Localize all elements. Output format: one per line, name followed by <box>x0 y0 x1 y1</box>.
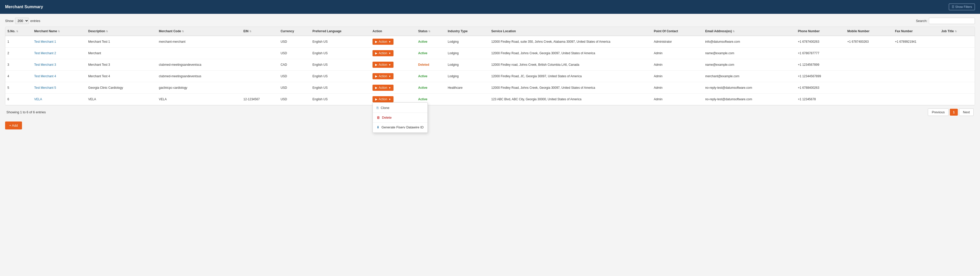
merchant-link[interactable]: Test Merchant 2 <box>34 51 56 55</box>
entries-select[interactable]: 200 10 25 50 100 <box>15 18 29 24</box>
cell-point-of-contact: Admin <box>652 59 703 70</box>
cell-preferred-language: English US <box>310 94 371 105</box>
cell-action: ▶ Action ▼ <box>371 48 416 59</box>
action-button-1[interactable]: ▶ Action ▼ <box>372 50 393 56</box>
current-page: 1 <box>950 109 958 116</box>
cell-fax: +1 6789921941 <box>893 36 939 48</box>
cell-job-title <box>939 70 975 82</box>
cell-ein <box>241 59 278 70</box>
cell-preferred-language: English US <box>310 36 371 48</box>
cell-industry-type: Lodging <box>445 36 489 48</box>
cell-industry-type <box>445 94 489 105</box>
action-button-2[interactable]: ▶ Action ▼ <box>372 62 393 68</box>
previous-button[interactable]: Previous <box>928 108 948 116</box>
clone-icon: ⎘ <box>377 106 379 110</box>
cell-preferred-language: English US <box>310 48 371 59</box>
cell-service-location: 123 ABC Blvd, ABC City, Georgia 30000, U… <box>489 94 652 105</box>
merchant-link[interactable]: Test Merchant 1 <box>34 40 56 43</box>
table-row: 6 VELA VELA VELA 12-1234567 USD English … <box>5 94 975 105</box>
cell-currency: USD <box>278 70 310 82</box>
col-status[interactable]: Status⇅ <box>416 27 446 36</box>
dropdown-arrow-icon: ▼ <box>388 52 391 55</box>
cell-status: Active <box>416 82 446 94</box>
cell-ein <box>241 48 278 59</box>
page-wrapper: Merchant Summary ☰ Show Filters Show 200… <box>0 0 980 133</box>
play-icon: ▶ <box>375 97 377 101</box>
cell-fax <box>893 70 939 82</box>
col-industry-type: Industry Type <box>445 27 489 36</box>
merchant-link[interactable]: Test Merchant 5 <box>34 86 56 89</box>
bottom-bar: Showing 1 to 6 of 6 entries Previous 1 N… <box>5 105 975 119</box>
cell-service-location: 12000 Findley Road, JC, Georgia 30097, U… <box>489 70 652 82</box>
top-controls: Show 200 10 25 50 100 entries Search: <box>5 18 975 24</box>
action-button-3[interactable]: ▶ Action ▼ <box>372 73 393 79</box>
action-button-0[interactable]: ▶ Action ▼ <box>372 38 393 45</box>
cell-phone: +1 6787400263 <box>796 36 845 48</box>
cell-preferred-language: English US <box>310 59 371 70</box>
show-filters-button[interactable]: ☰ Show Filters <box>949 3 975 10</box>
header: Merchant Summary ☰ Show Filters <box>0 0 980 14</box>
cell-phone: +1 6788400263 <box>796 82 845 94</box>
cell-status: Deleted <box>416 59 446 70</box>
cell-merchant-name: VELA <box>32 94 86 105</box>
cell-service-location: 12000 Findley road, Johns Creek, British… <box>489 59 652 70</box>
col-email[interactable]: Email Address(es)⇅ <box>703 27 795 36</box>
col-merchant-name[interactable]: Merchant Name⇅ <box>32 27 86 36</box>
cell-email: merchant@example.com <box>703 70 795 82</box>
cell-point-of-contact: Admin <box>652 70 703 82</box>
cell-fax <box>893 82 939 94</box>
status-badge: Deleted <box>418 63 429 67</box>
action-button-5[interactable]: ▶ Action ▼ <box>372 96 393 102</box>
add-button[interactable]: + Add <box>5 121 22 129</box>
cell-mobile <box>845 70 893 82</box>
search-label: Search: <box>916 19 928 23</box>
cell-email: name@example.com <box>703 59 795 70</box>
cell-currency: USD <box>278 36 310 48</box>
cell-industry-type: Healthcare <box>445 82 489 94</box>
showing-entries-text: Showing 1 to 6 of 6 entries <box>6 110 46 114</box>
cell-currency: USD <box>278 94 310 105</box>
pagination: Previous 1 Next <box>928 108 974 116</box>
cell-industry-type: Lodging <box>445 59 489 70</box>
dropdown-arrow-icon: ▼ <box>388 64 391 66</box>
fiserv-menu-item[interactable]: ⬇ Generate Fiserv Datawire ID <box>373 123 428 131</box>
col-merchant-code[interactable]: Merchant Code⇅ <box>157 27 241 36</box>
cell-preferred-language: English US <box>310 70 371 82</box>
search-input[interactable] <box>929 18 975 24</box>
cell-fax <box>893 59 939 70</box>
col-job-title[interactable]: Job Title⇅ <box>939 27 975 36</box>
merchant-link[interactable]: Test Merchant 4 <box>34 75 56 78</box>
merchant-link[interactable]: VELA <box>34 97 42 101</box>
action-button-4[interactable]: ▶ Action ▼ <box>372 85 393 91</box>
cell-point-of-contact: Administrator <box>652 36 703 48</box>
table-row: 3 Test Merchant 3 Merchant Test 3 clubme… <box>5 59 975 70</box>
show-entries-control: Show 200 10 25 50 100 entries <box>5 18 40 24</box>
cell-mobile <box>845 82 893 94</box>
delete-menu-item[interactable]: 🗑 Delete <box>373 113 428 121</box>
col-point-of-contact: Point Of Contact <box>652 27 703 36</box>
col-ein[interactable]: EIN⇅ <box>241 27 278 36</box>
cell-email: no-reply-test@datumsoftware.com <box>703 82 795 94</box>
cell-job-title <box>939 82 975 94</box>
col-preferred-language: Preferred Language <box>310 27 371 36</box>
show-label: Show <box>5 19 14 23</box>
col-description[interactable]: Description⇅ <box>86 27 157 36</box>
col-service-location: Service Location <box>489 27 652 36</box>
play-icon: ▶ <box>375 40 377 43</box>
delete-icon: 🗑 <box>377 116 380 120</box>
cell-currency: CAD <box>278 59 310 70</box>
cell-mobile <box>845 59 893 70</box>
cell-service-location: 12000 Findley Road, Johns Creek, Georgia… <box>489 82 652 94</box>
table-header-row: S.No.⇅ Merchant Name⇅ Description⇅ Merch… <box>5 27 975 36</box>
col-sno[interactable]: S.No.⇅ <box>5 27 32 36</box>
merchant-link[interactable]: Test Merchant 3 <box>34 63 56 67</box>
status-badge: Active <box>418 51 428 55</box>
status-badge: Active <box>418 75 428 78</box>
next-button[interactable]: Next <box>959 108 974 116</box>
clone-menu-item[interactable]: ⎘ Clone <box>373 104 428 112</box>
cell-ein <box>241 36 278 48</box>
cell-email: no-reply-test@datumsoftware.com <box>703 94 795 105</box>
cell-description: Merchant <box>86 48 157 59</box>
cell-action: ▶ Action ▼ <box>371 70 416 82</box>
cell-industry-type: Lodging <box>445 70 489 82</box>
